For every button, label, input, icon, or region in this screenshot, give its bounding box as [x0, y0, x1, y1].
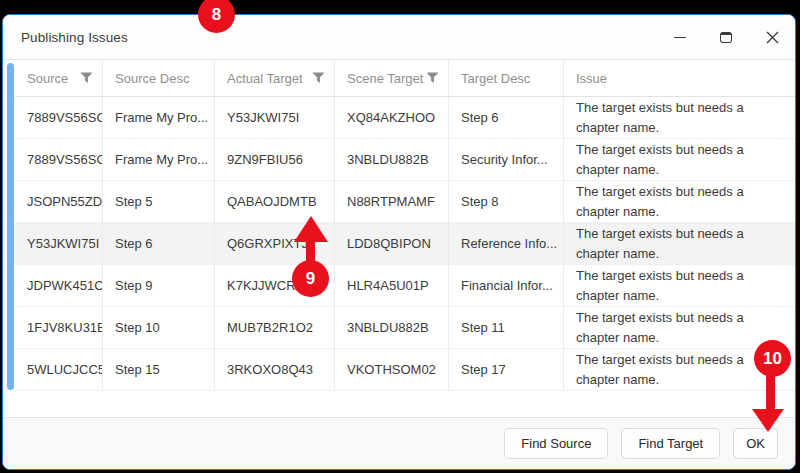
column-header-label: Target Desc — [461, 71, 530, 86]
cell-scene-target: LDD8QBIPON — [335, 223, 449, 265]
cell-source: Y53JKWI75I — [15, 223, 103, 265]
cell-source-desc: Step 5 — [103, 181, 215, 223]
cell-issue: The target exists but needs a chapter na… — [564, 265, 795, 307]
filter-icon[interactable] — [312, 72, 325, 84]
data-grid-area: Source Source Desc Actual Target Scene T… — [3, 60, 795, 417]
column-header-label: Actual Target — [227, 71, 303, 86]
cell-source: JDPWK451C7 — [15, 265, 103, 307]
cell-source-desc: Step 15 — [103, 349, 215, 391]
annotation-arrow-down-icon — [752, 409, 784, 432]
cell-actual-target: 3RKOXO8Q43 — [215, 349, 335, 391]
column-header-label: Scene Target — [347, 71, 423, 86]
cell-scene-target: N88RTPMAMF — [335, 181, 449, 223]
cell-target-desc: Reference Info... — [449, 223, 564, 265]
cell-issue: The target exists but needs a chapter na… — [564, 97, 795, 139]
cell-source-desc: Step 6 — [103, 223, 215, 265]
cell-issue: The target exists but needs a chapter na… — [564, 223, 795, 265]
column-header-label: Source — [27, 71, 68, 86]
issues-table: Source Source Desc Actual Target Scene T… — [15, 60, 795, 391]
cell-source: 5WLUCJCC5C — [15, 349, 103, 391]
column-header-source-desc[interactable]: Source Desc — [103, 60, 215, 97]
title-bar[interactable]: Publishing Issues — [3, 15, 795, 60]
cell-source-desc: Frame My Pro... — [103, 97, 215, 139]
window-controls — [657, 15, 795, 59]
publishing-issues-dialog: Publishing Issues — [2, 14, 796, 470]
column-header-scene-target[interactable]: Scene Target — [335, 60, 449, 97]
cell-source-desc: Frame My Pro... — [103, 139, 215, 181]
cell-target-desc: Security Infor... — [449, 139, 564, 181]
column-header-target-desc[interactable]: Target Desc — [449, 60, 564, 97]
cell-actual-target: MUB7B2R1O2 — [215, 307, 335, 349]
cell-issue: The target exists but needs a chapter na… — [564, 307, 795, 349]
cell-scene-target: 3NBLDU882B — [335, 307, 449, 349]
annotation-arrow-shaft — [766, 374, 775, 412]
minimize-button[interactable] — [657, 15, 703, 59]
cell-source: JSOPN55ZDP — [15, 181, 103, 223]
find-source-button[interactable]: Find Source — [504, 428, 608, 459]
cell-actual-target: Y53JKWI75I — [215, 97, 335, 139]
cell-issue: The target exists but needs a chapter na… — [564, 139, 795, 181]
minimize-icon — [674, 37, 686, 38]
dialog-footer: Find Source Find Target OK — [3, 417, 795, 469]
cell-source-desc: Step 10 — [103, 307, 215, 349]
column-header-source[interactable]: Source — [15, 60, 103, 97]
vertical-scrollbar[interactable] — [7, 63, 14, 390]
cell-source: 7889VS56SG — [15, 97, 103, 139]
close-button[interactable] — [749, 15, 795, 59]
maximize-button[interactable] — [703, 15, 749, 59]
cell-target-desc: Financial Infor... — [449, 265, 564, 307]
annotation-arrow-up-icon — [294, 216, 328, 242]
filter-icon[interactable] — [80, 72, 93, 84]
close-icon — [766, 31, 779, 44]
window-title: Publishing Issues — [21, 30, 128, 45]
maximize-icon — [720, 32, 732, 43]
cell-scene-target: VKOTHSOM02 — [335, 349, 449, 391]
cell-target-desc: Step 11 — [449, 307, 564, 349]
cell-scene-target: 3NBLDU882B — [335, 139, 449, 181]
column-header-actual-target[interactable]: Actual Target — [215, 60, 335, 97]
cell-source: 1FJV8KU31E — [15, 307, 103, 349]
find-target-button[interactable]: Find Target — [621, 428, 720, 459]
annotation-badge-9: 9 — [292, 260, 329, 297]
column-header-label: Source Desc — [115, 71, 189, 86]
filter-icon[interactable] — [426, 72, 439, 84]
cell-target-desc: Step 8 — [449, 181, 564, 223]
column-header-issue[interactable]: Issue — [564, 60, 795, 97]
screenshot-stage: Publishing Issues — [0, 0, 800, 473]
cell-issue: The target exists but needs a chapter na… — [564, 181, 795, 223]
cell-target-desc: Step 6 — [449, 97, 564, 139]
cell-source: 7889VS56SG — [15, 139, 103, 181]
cell-target-desc: Step 17 — [449, 349, 564, 391]
ok-button[interactable]: OK — [733, 428, 778, 459]
annotation-badge-10: 10 — [754, 340, 791, 377]
column-header-label: Issue — [576, 71, 607, 86]
cell-actual-target: 9ZN9FBIU56 — [215, 139, 335, 181]
cell-scene-target: XQ84AKZHOO — [335, 97, 449, 139]
cell-source-desc: Step 9 — [103, 265, 215, 307]
cell-scene-target: HLR4A5U01P — [335, 265, 449, 307]
